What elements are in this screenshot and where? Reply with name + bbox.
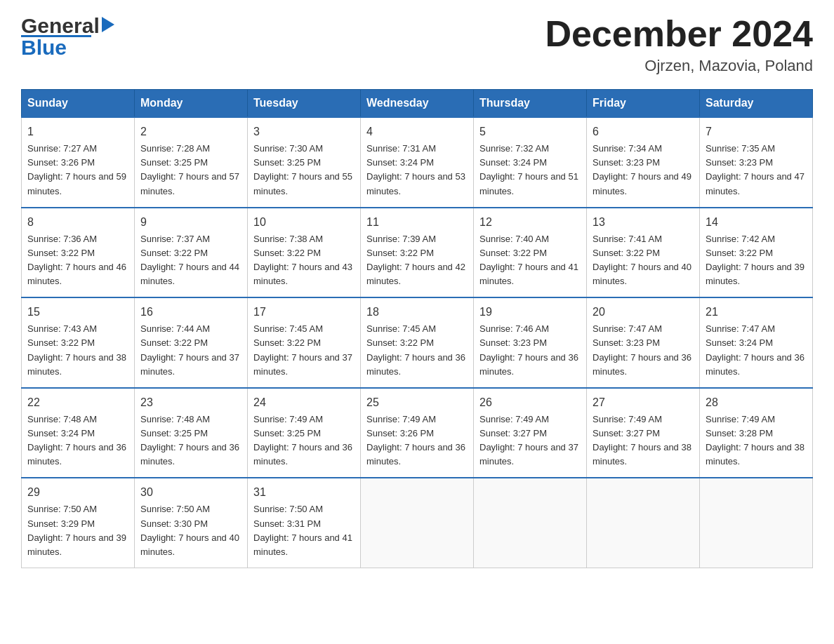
month-title: December 2024	[545, 14, 813, 54]
day-info: Sunrise: 7:40 AMSunset: 3:22 PMDaylight:…	[479, 234, 578, 286]
day-number: 24	[253, 394, 355, 411]
day-number: 27	[593, 394, 694, 411]
day-number: 23	[140, 394, 241, 411]
day-info: Sunrise: 7:50 AMSunset: 3:31 PMDaylight:…	[253, 504, 352, 556]
day-number: 11	[366, 214, 468, 231]
svg-marker-0	[102, 17, 114, 32]
calendar-header-thursday: Thursday	[474, 90, 587, 118]
day-info: Sunrise: 7:34 AMSunset: 3:23 PMDaylight:…	[593, 143, 691, 196]
day-info: Sunrise: 7:35 AMSunset: 3:23 PMDaylight:…	[706, 143, 805, 196]
day-number: 20	[593, 304, 694, 321]
calendar-cell: 5 Sunrise: 7:32 AMSunset: 3:24 PMDayligh…	[474, 117, 587, 208]
calendar-cell	[587, 478, 700, 568]
calendar-cell	[700, 478, 813, 568]
title-area: December 2024 Ojrzen, Mazovia, Poland	[545, 14, 813, 75]
day-info: Sunrise: 7:49 AMSunset: 3:27 PMDaylight:…	[479, 414, 578, 467]
day-number: 16	[140, 304, 241, 321]
day-number: 13	[593, 214, 694, 231]
day-number: 17	[253, 304, 355, 321]
day-info: Sunrise: 7:44 AMSunset: 3:22 PMDaylight:…	[140, 323, 239, 376]
calendar-cell: 26 Sunrise: 7:49 AMSunset: 3:27 PMDaylig…	[474, 388, 587, 478]
calendar-cell: 24 Sunrise: 7:49 AMSunset: 3:25 PMDaylig…	[248, 388, 361, 478]
calendar-cell: 15 Sunrise: 7:43 AMSunset: 3:22 PMDaylig…	[22, 297, 135, 388]
day-number: 29	[27, 484, 128, 501]
day-info: Sunrise: 7:28 AMSunset: 3:25 PMDaylight:…	[140, 143, 239, 196]
calendar-cell	[361, 478, 474, 568]
calendar-week-row: 8 Sunrise: 7:36 AMSunset: 3:22 PMDayligh…	[22, 208, 813, 298]
day-number: 6	[593, 123, 694, 140]
day-info: Sunrise: 7:41 AMSunset: 3:22 PMDaylight:…	[593, 234, 691, 286]
calendar-cell: 20 Sunrise: 7:47 AMSunset: 3:23 PMDaylig…	[587, 297, 700, 388]
calendar-cell: 29 Sunrise: 7:50 AMSunset: 3:29 PMDaylig…	[22, 478, 135, 568]
day-number: 2	[140, 123, 241, 140]
day-info: Sunrise: 7:43 AMSunset: 3:22 PMDaylight:…	[27, 323, 126, 376]
calendar-cell: 31 Sunrise: 7:50 AMSunset: 3:31 PMDaylig…	[248, 478, 361, 568]
day-info: Sunrise: 7:42 AMSunset: 3:22 PMDaylight:…	[706, 234, 805, 286]
calendar-week-row: 15 Sunrise: 7:43 AMSunset: 3:22 PMDaylig…	[22, 297, 813, 388]
day-info: Sunrise: 7:47 AMSunset: 3:23 PMDaylight:…	[593, 323, 691, 376]
day-number: 18	[366, 304, 468, 321]
logo-blue-text: Blue	[21, 36, 67, 60]
calendar-cell: 22 Sunrise: 7:48 AMSunset: 3:24 PMDaylig…	[22, 388, 135, 478]
day-info: Sunrise: 7:39 AMSunset: 3:22 PMDaylight:…	[366, 234, 465, 286]
calendar-table: SundayMondayTuesdayWednesdayThursdayFrid…	[21, 89, 813, 568]
day-number: 1	[27, 123, 128, 140]
day-info: Sunrise: 7:50 AMSunset: 3:30 PMDaylight:…	[140, 504, 239, 556]
calendar-cell: 23 Sunrise: 7:48 AMSunset: 3:25 PMDaylig…	[135, 388, 248, 478]
day-info: Sunrise: 7:49 AMSunset: 3:25 PMDaylight:…	[253, 414, 352, 467]
calendar-week-row: 29 Sunrise: 7:50 AMSunset: 3:29 PMDaylig…	[22, 478, 813, 568]
day-info: Sunrise: 7:32 AMSunset: 3:24 PMDaylight:…	[479, 143, 578, 196]
day-number: 31	[253, 484, 355, 501]
calendar-cell: 21 Sunrise: 7:47 AMSunset: 3:24 PMDaylig…	[700, 297, 813, 388]
calendar-week-row: 22 Sunrise: 7:48 AMSunset: 3:24 PMDaylig…	[22, 388, 813, 478]
day-number: 15	[27, 304, 128, 321]
day-number: 9	[140, 214, 241, 231]
day-number: 21	[706, 304, 807, 321]
day-info: Sunrise: 7:49 AMSunset: 3:28 PMDaylight:…	[706, 414, 805, 467]
calendar-header-wednesday: Wednesday	[361, 90, 474, 118]
calendar-week-row: 1 Sunrise: 7:27 AMSunset: 3:26 PMDayligh…	[22, 117, 813, 208]
day-number: 25	[366, 394, 468, 411]
calendar-cell: 4 Sunrise: 7:31 AMSunset: 3:24 PMDayligh…	[361, 117, 474, 208]
day-number: 19	[479, 304, 581, 321]
calendar-cell: 27 Sunrise: 7:49 AMSunset: 3:27 PMDaylig…	[587, 388, 700, 478]
day-info: Sunrise: 7:49 AMSunset: 3:27 PMDaylight:…	[593, 414, 691, 467]
day-number: 30	[140, 484, 241, 501]
day-info: Sunrise: 7:46 AMSunset: 3:23 PMDaylight:…	[479, 323, 578, 376]
calendar-header-tuesday: Tuesday	[248, 90, 361, 118]
calendar-cell: 28 Sunrise: 7:49 AMSunset: 3:28 PMDaylig…	[700, 388, 813, 478]
logo-general-text: General	[21, 14, 100, 38]
calendar-cell: 6 Sunrise: 7:34 AMSunset: 3:23 PMDayligh…	[587, 117, 700, 208]
calendar-cell: 18 Sunrise: 7:45 AMSunset: 3:22 PMDaylig…	[361, 297, 474, 388]
day-number: 3	[253, 123, 355, 140]
calendar-cell: 19 Sunrise: 7:46 AMSunset: 3:23 PMDaylig…	[474, 297, 587, 388]
calendar-header-sunday: Sunday	[22, 90, 135, 118]
calendar-header-friday: Friday	[587, 90, 700, 118]
day-info: Sunrise: 7:48 AMSunset: 3:24 PMDaylight:…	[27, 414, 126, 467]
calendar-cell: 10 Sunrise: 7:38 AMSunset: 3:22 PMDaylig…	[248, 208, 361, 298]
day-number: 7	[706, 123, 807, 140]
day-info: Sunrise: 7:38 AMSunset: 3:22 PMDaylight:…	[253, 234, 352, 286]
calendar-cell	[474, 478, 587, 568]
day-info: Sunrise: 7:49 AMSunset: 3:26 PMDaylight:…	[366, 414, 465, 467]
calendar-cell: 13 Sunrise: 7:41 AMSunset: 3:22 PMDaylig…	[587, 208, 700, 298]
day-info: Sunrise: 7:27 AMSunset: 3:26 PMDaylight:…	[27, 143, 126, 196]
day-info: Sunrise: 7:50 AMSunset: 3:29 PMDaylight:…	[27, 504, 126, 556]
location: Ojrzen, Mazovia, Poland	[545, 57, 813, 75]
calendar-cell: 7 Sunrise: 7:35 AMSunset: 3:23 PMDayligh…	[700, 117, 813, 208]
logo: General Blue	[21, 14, 114, 60]
calendar-header-monday: Monday	[135, 90, 248, 118]
day-info: Sunrise: 7:45 AMSunset: 3:22 PMDaylight:…	[253, 323, 352, 376]
day-info: Sunrise: 7:36 AMSunset: 3:22 PMDaylight:…	[27, 234, 126, 286]
day-info: Sunrise: 7:47 AMSunset: 3:24 PMDaylight:…	[706, 323, 805, 376]
calendar-cell: 14 Sunrise: 7:42 AMSunset: 3:22 PMDaylig…	[700, 208, 813, 298]
day-number: 26	[479, 394, 581, 411]
calendar-cell: 3 Sunrise: 7:30 AMSunset: 3:25 PMDayligh…	[248, 117, 361, 208]
calendar-cell: 1 Sunrise: 7:27 AMSunset: 3:26 PMDayligh…	[22, 117, 135, 208]
day-number: 4	[366, 123, 468, 140]
calendar-cell: 16 Sunrise: 7:44 AMSunset: 3:22 PMDaylig…	[135, 297, 248, 388]
calendar-cell: 30 Sunrise: 7:50 AMSunset: 3:30 PMDaylig…	[135, 478, 248, 568]
day-number: 12	[479, 214, 581, 231]
day-number: 5	[479, 123, 581, 140]
day-info: Sunrise: 7:37 AMSunset: 3:22 PMDaylight:…	[140, 234, 239, 286]
